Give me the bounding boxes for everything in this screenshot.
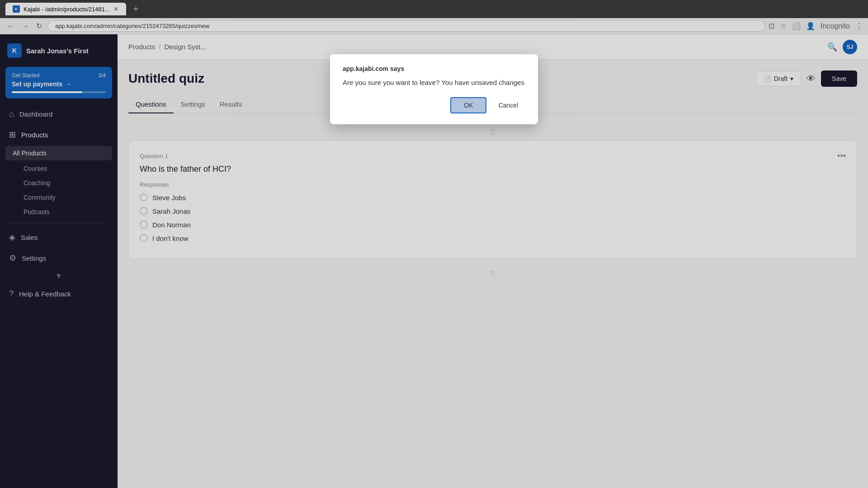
dialog-overlay: app.kajabi.com says Are you sure you wan… — [0, 0, 868, 488]
dialog-ok-button[interactable]: OK — [450, 97, 486, 113]
dialog-message: Are you sure you want to leave? You have… — [343, 78, 525, 88]
dialog-site: app.kajabi.com says — [343, 65, 525, 72]
dialog: app.kajabi.com says Are you sure you wan… — [330, 54, 538, 124]
dialog-cancel-button[interactable]: Cancel — [491, 97, 525, 113]
dialog-actions: OK Cancel — [343, 97, 525, 113]
